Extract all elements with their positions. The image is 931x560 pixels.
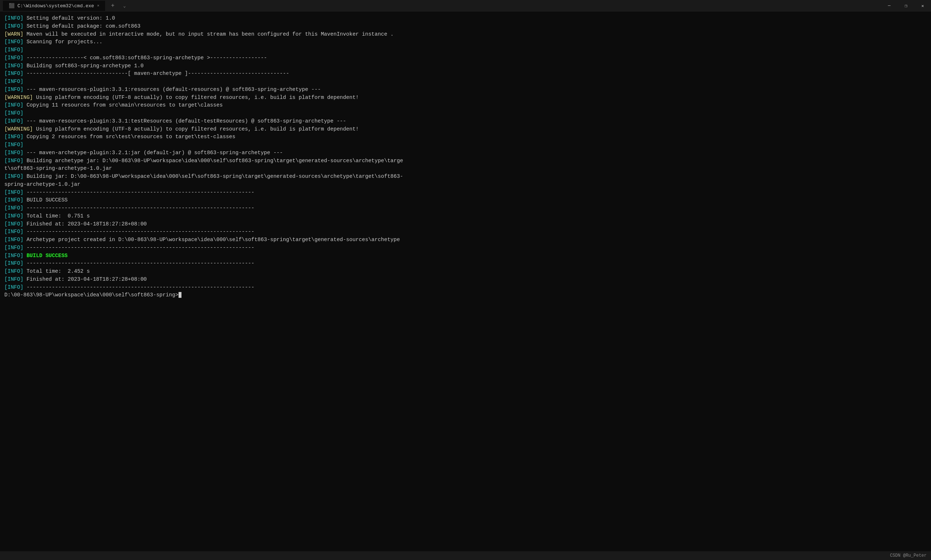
- info-tag: [INFO]: [5, 213, 23, 219]
- terminal-line: [INFO] ---------------------------------…: [5, 244, 926, 252]
- terminal-line: [INFO] Finished at: 2023-04-18T18:27:28+…: [5, 275, 926, 284]
- info-tag: [INFO]: [5, 189, 23, 195]
- terminal-line: [INFO] Building archetype jar: D:\00-863…: [5, 157, 926, 165]
- warning-tag: [WARNING]: [5, 126, 33, 132]
- terminal-window: ⬛ C:\Windows\system32\cmd.exe × + ⌄ — ❐ …: [0, 0, 931, 560]
- info-tag: [INFO]: [5, 142, 23, 148]
- terminal-line: [INFO] ---------------------------------…: [5, 260, 926, 268]
- info-tag: [INFO]: [5, 229, 23, 235]
- terminal-line: [WARNING] Using platform encoding (UTF-8…: [5, 94, 926, 102]
- title-bar: ⬛ C:\Windows\system32\cmd.exe × + ⌄ — ❐ …: [0, 0, 931, 12]
- info-tag: [INFO]: [5, 221, 23, 227]
- info-tag: [INFO]: [5, 78, 23, 85]
- tab-close-btn[interactable]: ×: [97, 4, 100, 8]
- terminal-line: [INFO] ---------------------------------…: [5, 228, 926, 236]
- terminal-line: t\soft863-spring-archetype-1.0.jar: [5, 165, 926, 173]
- cursor: [179, 292, 182, 298]
- terminal-line: [INFO] Building soft863-spring-archetype…: [5, 62, 926, 70]
- terminal-line: [INFO] ---------------------------------…: [5, 284, 926, 292]
- terminal-line: [INFO] Finished at: 2023-04-18T18:27:28+…: [5, 220, 926, 228]
- cmd-icon: ⬛: [9, 3, 15, 9]
- tab-options-button[interactable]: ⌄: [120, 2, 129, 10]
- restore-button[interactable]: ❐: [897, 0, 914, 12]
- terminal-line: [INFO]: [5, 46, 926, 54]
- info-tag: [INFO]: [5, 118, 23, 124]
- status-bar: CSDN @Ru_Peter: [0, 551, 931, 560]
- info-tag: [INFO]: [5, 86, 23, 92]
- terminal-output[interactable]: [INFO] Setting default version: 1.0[INFO…: [0, 12, 931, 551]
- warning-tag: [WARNING]: [5, 95, 33, 100]
- info-tag: [INFO]: [5, 260, 23, 266]
- terminal-line: [INFO] Building jar: D:\00-863\98-UP\wor…: [5, 173, 926, 181]
- title-bar-left: ⬛ C:\Windows\system32\cmd.exe × + ⌄: [3, 1, 129, 11]
- title-bar-controls: — ❐ ✕: [881, 0, 931, 12]
- info-tag: [INFO]: [5, 253, 23, 258]
- info-tag: [INFO]: [5, 23, 23, 29]
- info-tag: [INFO]: [5, 134, 23, 140]
- info-tag: [INFO]: [5, 197, 23, 203]
- minimize-button[interactable]: —: [881, 0, 897, 12]
- info-tag: [INFO]: [5, 245, 23, 251]
- active-tab[interactable]: ⬛ C:\Windows\system32\cmd.exe ×: [3, 1, 105, 11]
- terminal-line: [INFO] Total time: 2.452 s: [5, 268, 926, 275]
- info-tag: [INFO]: [5, 110, 23, 116]
- prompt-line: D:\00-863\98-UP\workspace\idea\000\self\…: [5, 292, 182, 298]
- info-tag: [INFO]: [5, 268, 23, 274]
- tab-title: C:\Windows\system32\cmd.exe: [17, 3, 94, 9]
- info-tag: [INFO]: [5, 205, 23, 211]
- info-tag: [INFO]: [5, 102, 23, 108]
- terminal-line: [INFO] BUILD SUCCESS: [5, 196, 926, 205]
- terminal-line: [INFO] Total time: 0.751 s: [5, 212, 926, 220]
- terminal-line: [INFO] BUILD SUCCESS: [5, 252, 926, 260]
- info-tag: [INFO]: [5, 47, 23, 53]
- terminal-line: [INFO] Archetype project created in D:\0…: [5, 236, 926, 244]
- info-tag: [INFO]: [5, 174, 23, 179]
- terminal-line: [INFO] --- maven-resources-plugin:3.3.1:…: [5, 117, 926, 125]
- info-tag: [INFO]: [5, 150, 23, 155]
- terminal-line: [INFO] Setting default package: com.soft…: [5, 23, 926, 31]
- terminal-line: [INFO] ---------------------------------…: [5, 205, 926, 212]
- terminal-line: [INFO] Scanning for projects...: [5, 38, 926, 46]
- info-tag: [INFO]: [5, 63, 23, 69]
- info-tag: [INFO]: [5, 285, 23, 290]
- info-tag: [INFO]: [5, 276, 23, 282]
- terminal-line: [INFO]: [5, 78, 926, 86]
- close-button[interactable]: ✕: [914, 0, 931, 12]
- terminal-line: spring-archetype-1.0.jar: [5, 181, 926, 189]
- info-tag: [INFO]: [5, 15, 23, 21]
- watermark: CSDN @Ru_Peter: [890, 553, 926, 558]
- terminal-line: [INFO]: [5, 109, 926, 117]
- warn-tag: [WARN]: [5, 31, 23, 37]
- terminal-line: [INFO]: [5, 141, 926, 149]
- info-tag: [INFO]: [5, 71, 23, 76]
- terminal-line: [INFO] --- maven-archetype-plugin:3.2.1:…: [5, 149, 926, 157]
- new-tab-button[interactable]: +: [108, 1, 117, 11]
- terminal-line: [WARN] Maven will be executed in interac…: [5, 31, 926, 38]
- terminal-line: [INFO] ------------------< com.soft863:s…: [5, 54, 926, 62]
- info-tag: [INFO]: [5, 158, 23, 164]
- terminal-line: [INFO] Copying 2 resources from src\test…: [5, 133, 926, 141]
- info-tag: [INFO]: [5, 39, 23, 45]
- terminal-line: [INFO] --------------------------------[…: [5, 70, 926, 78]
- terminal-line: [INFO] Copying 11 resources from src\mai…: [5, 102, 926, 109]
- info-tag: [INFO]: [5, 237, 23, 243]
- terminal-line: [INFO] --- maven-resources-plugin:3.3.1:…: [5, 86, 926, 94]
- terminal-line: [INFO] Setting default version: 1.0: [5, 15, 926, 23]
- info-tag: [INFO]: [5, 55, 23, 61]
- terminal-line: [INFO] ---------------------------------…: [5, 189, 926, 197]
- terminal-line: [WARNING] Using platform encoding (UTF-8…: [5, 125, 926, 134]
